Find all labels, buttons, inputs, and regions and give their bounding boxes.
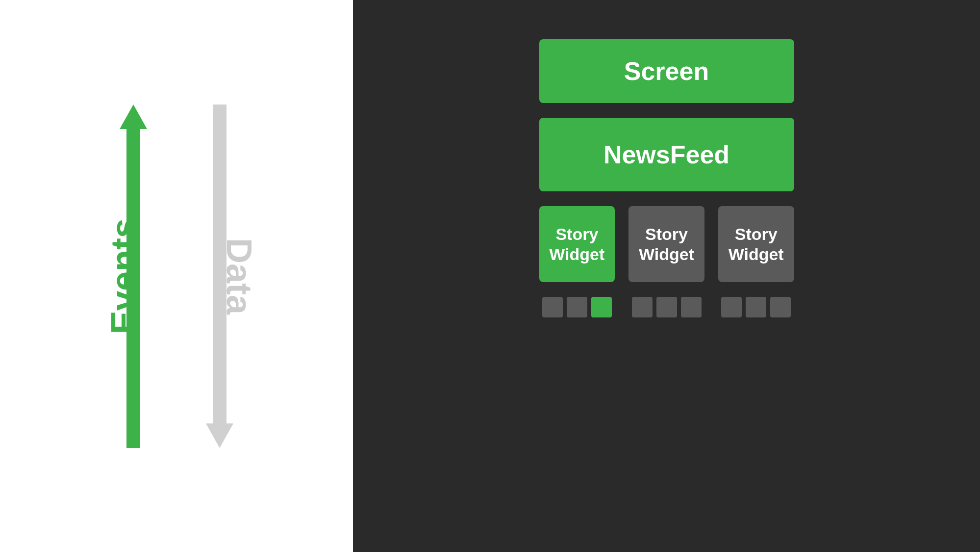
events-arrowhead — [120, 105, 147, 129]
indicator-group-2 — [628, 297, 704, 317]
story-widget-label-3: StoryWidget — [729, 224, 784, 264]
screen-label: Screen — [624, 56, 709, 86]
events-label: Events — [103, 218, 144, 334]
story-widgets-row: StoryWidget StoryWidget StoryWidget — [539, 206, 794, 282]
left-panel: Events Data — [0, 0, 353, 552]
story-widget-label-2: StoryWidget — [639, 224, 694, 264]
right-panel: Screen NewsFeed StoryWidget StoryWidget … — [353, 0, 980, 552]
indicator-3-3 — [770, 297, 791, 317]
newsfeed-block: NewsFeed — [539, 118, 794, 191]
data-arrowhead — [206, 423, 233, 448]
indicator-3-1 — [721, 297, 742, 317]
indicator-group-3 — [718, 297, 794, 317]
story-widget-2: StoryWidget — [628, 206, 704, 282]
indicator-3-2 — [746, 297, 766, 317]
indicator-group-1 — [539, 297, 615, 317]
events-arrow-wrapper: Events — [120, 105, 147, 448]
indicators-row — [539, 297, 794, 317]
story-widget-1: StoryWidget — [539, 206, 615, 282]
indicator-1-2 — [567, 297, 587, 317]
story-widget-label-1: StoryWidget — [549, 224, 604, 264]
diagram-area: Screen NewsFeed StoryWidget StoryWidget … — [539, 39, 794, 317]
indicator-2-3 — [681, 297, 702, 317]
screen-block: Screen — [539, 39, 794, 103]
data-label: Data — [219, 237, 259, 314]
indicator-1-1 — [542, 297, 563, 317]
indicator-2-2 — [656, 297, 677, 317]
indicator-2-1 — [632, 297, 653, 317]
data-arrow-wrapper: Data — [206, 105, 233, 448]
newsfeed-label: NewsFeed — [603, 140, 729, 169]
arrows-container: Events Data — [120, 105, 233, 448]
story-widget-3: StoryWidget — [718, 206, 794, 282]
indicator-1-3 — [591, 297, 612, 317]
